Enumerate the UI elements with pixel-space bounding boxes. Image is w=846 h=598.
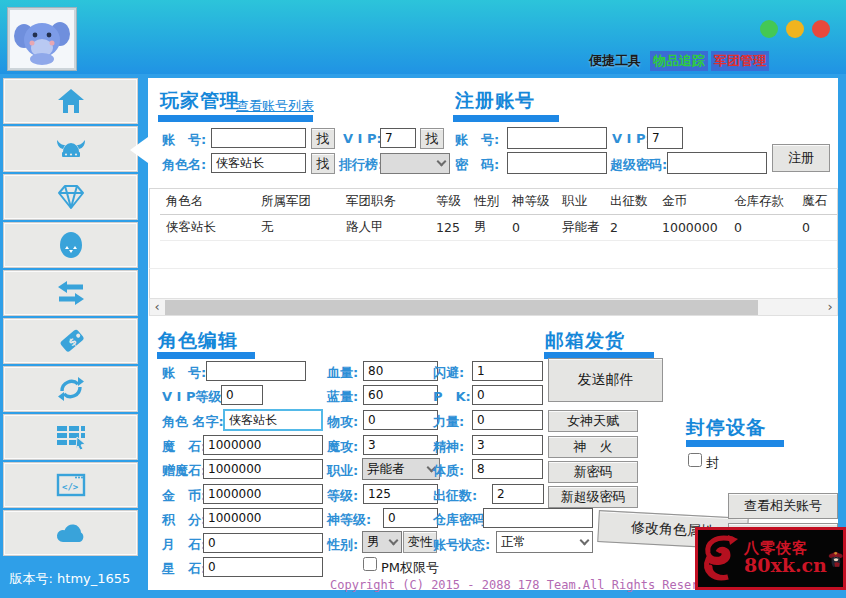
table-row-cell[interactable]: 2: [604, 215, 656, 241]
edit-magic-atk-input[interactable]: [363, 435, 438, 455]
register-account-input[interactable]: [507, 127, 607, 149]
menu-item-tracking[interactable]: 物品追踪: [650, 51, 708, 71]
pm-permission-checkbox[interactable]: [363, 557, 377, 571]
goddess-talent-button[interactable]: 女神天赋: [548, 410, 638, 432]
field-label: 精神:: [433, 438, 464, 456]
edit-mp-input[interactable]: [363, 385, 438, 405]
table-row-cell[interactable]: 侠客站长: [160, 215, 255, 241]
search-role-input[interactable]: [211, 153, 306, 173]
register-button[interactable]: 注册: [772, 144, 830, 172]
account-status-select[interactable]: 正常: [496, 531, 593, 553]
table-row-cell[interactable]: 1000000: [656, 215, 728, 241]
ban-checkbox-label: 封: [706, 454, 719, 472]
view-account-list-link[interactable]: 查看账号列表: [236, 97, 314, 115]
col-header[interactable]: 金币: [656, 189, 728, 215]
sidebar-item-exchange[interactable]: [4, 271, 137, 315]
job-select[interactable]: 异能者: [362, 458, 440, 480]
find-role-button[interactable]: 找: [311, 153, 335, 174]
menu-quick-tools[interactable]: 便捷工具: [586, 51, 644, 71]
col-header[interactable]: 仓库存款: [728, 189, 796, 215]
table-row-cell[interactable]: 异能者: [556, 215, 604, 241]
character-table[interactable]: 角色名 所属军团 军团职务 等级 性别 神等级 职业 出征数 金币 仓库存款 魔…: [149, 188, 838, 298]
god-fire-button[interactable]: 神 火: [548, 436, 638, 458]
col-header[interactable]: 出征数: [604, 189, 656, 215]
sidebar-item-database[interactable]: [4, 415, 137, 459]
char-edit-title: 角色编辑: [158, 328, 238, 354]
edit-points-input[interactable]: [203, 508, 323, 528]
dragon-icon: [698, 533, 742, 585]
sidebar-item-home[interactable]: [4, 79, 137, 123]
sidebar-item-shop[interactable]: $: [4, 319, 137, 363]
table-row-cell[interactable]: 0: [796, 215, 837, 241]
chevron-down-icon: [389, 535, 399, 545]
traffic-light-green[interactable]: [760, 20, 778, 38]
scroll-right-icon[interactable]: ›: [823, 299, 837, 315]
scrollbar-thumb[interactable]: [165, 300, 758, 315]
col-header[interactable]: 军团职务: [340, 189, 430, 215]
table-row-cell[interactable]: 男: [468, 215, 506, 241]
gender-select[interactable]: 男: [362, 531, 402, 553]
register-password-input[interactable]: [507, 152, 607, 174]
edit-pk-input[interactable]: [472, 385, 543, 405]
player-mgmt-title: 玩家管理: [160, 88, 240, 114]
traffic-light-red[interactable]: [812, 20, 830, 38]
sidebar-item-player[interactable]: [4, 127, 137, 171]
edit-role-name-input[interactable]: [223, 409, 323, 431]
sidebar-item-script[interactable]: </>: [4, 463, 137, 507]
edit-phys-atk-input[interactable]: [363, 410, 438, 430]
col-header[interactable]: 神等级: [506, 189, 556, 215]
change-gender-button[interactable]: 变性: [403, 531, 437, 553]
edit-gold-input[interactable]: [203, 484, 323, 504]
table-horizontal-scrollbar[interactable]: ‹ ›: [149, 298, 838, 316]
table-row-cell[interactable]: 路人甲: [340, 215, 430, 241]
col-header[interactable]: 等级: [430, 189, 468, 215]
edit-moon-stone-input[interactable]: [203, 533, 323, 553]
col-header[interactable]: 角色名: [160, 189, 255, 215]
edit-strength-input[interactable]: [472, 410, 543, 430]
menu-legion-management[interactable]: 军团管理: [711, 51, 769, 71]
edit-spirit-input[interactable]: [472, 435, 543, 455]
edit-dodge-input[interactable]: [472, 361, 543, 381]
sidebar-item-pet[interactable]: [4, 223, 137, 267]
edit-god-level-input[interactable]: [383, 508, 438, 528]
version-label: 版本号: htmy_1655: [0, 570, 140, 588]
edit-magic-stone-input[interactable]: [203, 435, 323, 455]
search-account-input[interactable]: [211, 128, 306, 148]
send-mail-button[interactable]: 发送邮件: [548, 358, 663, 402]
edit-constitution-input[interactable]: [472, 459, 543, 479]
col-header[interactable]: 所属军团: [255, 189, 340, 215]
edit-expedition-input[interactable]: [492, 484, 544, 504]
col-header[interactable]: 魔石: [796, 189, 837, 215]
traffic-light-yellow[interactable]: [786, 20, 804, 38]
register-super-password-input[interactable]: [667, 152, 767, 174]
table-row-cell[interactable]: 0: [506, 215, 556, 241]
table-row-cell[interactable]: 无: [255, 215, 340, 241]
register-password-label: 密 码:: [455, 156, 499, 174]
edit-gift-stone-input[interactable]: [203, 459, 323, 479]
copyright-text: Copyright (C) 2015 - 2088 178 Team.All R…: [330, 578, 727, 592]
new-super-password-button[interactable]: 新超级密码: [548, 486, 638, 508]
edit-account-input[interactable]: [206, 361, 306, 381]
scroll-left-icon[interactable]: ‹: [150, 299, 164, 315]
sidebar-item-refresh[interactable]: [4, 367, 137, 411]
edit-warehouse-password-input[interactable]: [483, 508, 593, 528]
edit-star-stone-input[interactable]: [203, 557, 323, 577]
table-row-cell[interactable]: 125: [430, 215, 468, 241]
search-vip-input[interactable]: [380, 128, 416, 148]
new-password-button[interactable]: 新密码: [548, 461, 638, 483]
rank-select[interactable]: [380, 153, 450, 174]
find-vip-button[interactable]: 找: [420, 128, 444, 149]
ban-checkbox[interactable]: [688, 453, 702, 467]
refresh-icon: [56, 375, 86, 403]
edit-vip-level-input[interactable]: [221, 385, 263, 405]
table-row-cell[interactable]: 0: [728, 215, 796, 241]
register-vip-input[interactable]: [647, 127, 683, 149]
col-header[interactable]: 性别: [468, 189, 506, 215]
view-related-accounts-button[interactable]: 查看相关账号: [728, 493, 838, 519]
col-header[interactable]: 职业: [556, 189, 604, 215]
edit-level-input[interactable]: [363, 484, 438, 504]
edit-hp-input[interactable]: [363, 361, 438, 381]
sidebar-item-cloud[interactable]: [4, 511, 137, 555]
find-account-button[interactable]: 找: [311, 128, 335, 149]
sidebar-item-items[interactable]: [4, 175, 137, 219]
